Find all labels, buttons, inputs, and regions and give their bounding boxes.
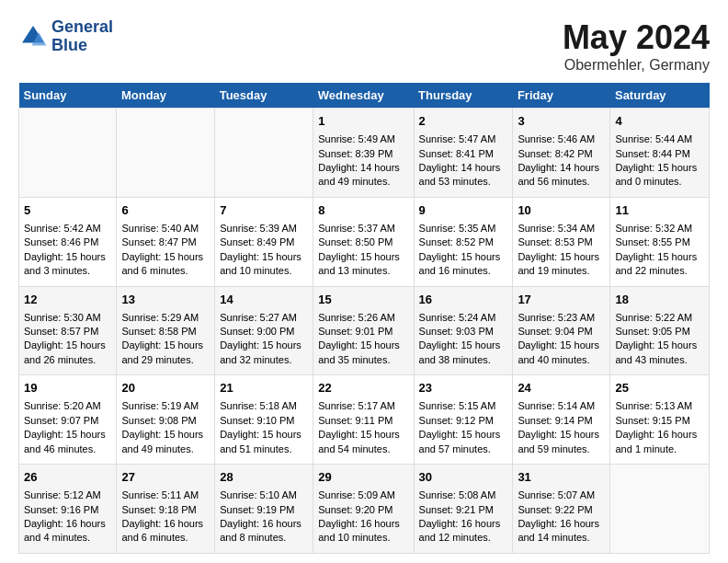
cell-content-line: Sunset: 8:55 PM (615, 236, 704, 249)
cell-content-line: Daylight: 15 hours (518, 428, 605, 442)
calendar-cell: 15Sunrise: 5:26 AMSunset: 9:01 PMDayligh… (313, 286, 414, 375)
cell-content-line: Sunrise: 5:37 AM (318, 222, 408, 236)
weekday-header-row: SundayMondayTuesdayWednesdayThursdayFrid… (19, 83, 710, 109)
cell-content-line: Sunrise: 5:44 AM (615, 132, 704, 146)
cell-content-line: Sunset: 8:50 PM (318, 236, 408, 249)
cell-content-line: Sunrise: 5:29 AM (121, 311, 210, 325)
day-number: 24 (518, 380, 605, 396)
cell-content-line: and 56 minutes. (518, 175, 605, 189)
page-header: General Blue May 2024 Obermehler, German… (18, 18, 710, 74)
cell-content-line: Sunset: 8:46 PM (24, 236, 111, 249)
calendar-cell: 8Sunrise: 5:37 AMSunset: 8:50 PMDaylight… (313, 197, 414, 286)
cell-content-line: Sunset: 9:00 PM (220, 325, 308, 339)
cell-content-line: Sunrise: 5:11 AM (121, 488, 210, 502)
weekday-header-tuesday: Tuesday (215, 83, 313, 109)
calendar-cell: 7Sunrise: 5:39 AMSunset: 8:49 PMDaylight… (215, 197, 313, 286)
day-number: 8 (318, 202, 408, 219)
calendar-cell: 9Sunrise: 5:35 AMSunset: 8:52 PMDaylight… (414, 197, 513, 286)
cell-content-line: Daylight: 15 hours (220, 428, 308, 442)
calendar-cell: 19Sunrise: 5:20 AMSunset: 9:07 PMDayligh… (19, 375, 117, 465)
cell-content-line: Sunset: 8:53 PM (518, 236, 605, 249)
calendar-cell: 30Sunrise: 5:08 AMSunset: 9:21 PMDayligh… (414, 465, 513, 554)
calendar-table: SundayMondayTuesdayWednesdayThursdayFrid… (18, 83, 710, 554)
calendar-cell: 10Sunrise: 5:34 AMSunset: 8:53 PMDayligh… (513, 197, 610, 286)
cell-content-line: Daylight: 15 hours (318, 428, 408, 442)
calendar-cell: 1Sunrise: 5:49 AMSunset: 8:39 PMDaylight… (313, 109, 414, 198)
cell-content-line: Sunset: 9:12 PM (419, 414, 508, 428)
cell-content-line: Sunrise: 5:26 AM (318, 311, 408, 325)
calendar-cell: 23Sunrise: 5:15 AMSunset: 9:12 PMDayligh… (414, 375, 513, 465)
day-number: 6 (121, 202, 210, 219)
calendar-cell: 4Sunrise: 5:44 AMSunset: 8:44 PMDaylight… (610, 109, 710, 198)
cell-content-line: Sunrise: 5:34 AM (518, 222, 605, 236)
cell-content-line: Daylight: 16 hours (24, 517, 111, 531)
cell-content-line: and 57 minutes. (419, 442, 508, 456)
day-number: 14 (220, 292, 308, 308)
cell-content-line: Daylight: 15 hours (615, 250, 704, 264)
cell-content-line: Sunrise: 5:15 AM (419, 399, 508, 413)
day-number: 18 (615, 292, 704, 308)
calendar-cell: 5Sunrise: 5:42 AMSunset: 8:46 PMDaylight… (19, 197, 117, 286)
day-number: 16 (419, 292, 508, 308)
cell-content-line: Sunrise: 5:40 AM (121, 222, 210, 236)
cell-content-line: and 10 minutes. (318, 531, 408, 545)
cell-content-line: and 13 minutes. (318, 264, 408, 278)
logo-icon (18, 22, 48, 52)
calendar-cell: 20Sunrise: 5:19 AMSunset: 9:08 PMDayligh… (117, 375, 215, 465)
cell-content-line: and 4 minutes. (24, 531, 111, 545)
cell-content-line: Sunrise: 5:20 AM (24, 399, 111, 413)
cell-content-line: Sunset: 9:03 PM (419, 325, 508, 339)
cell-content-line: Daylight: 15 hours (318, 339, 408, 352)
cell-content-line: Sunset: 9:08 PM (121, 414, 210, 428)
cell-content-line: Daylight: 16 hours (318, 517, 408, 531)
calendar-cell: 6Sunrise: 5:40 AMSunset: 8:47 PMDaylight… (117, 197, 215, 286)
cell-content-line: Sunset: 9:01 PM (318, 325, 408, 339)
cell-content-line: Daylight: 15 hours (419, 339, 508, 352)
cell-content-line: and 6 minutes. (121, 264, 210, 278)
cell-content-line: and 6 minutes. (121, 531, 210, 545)
cell-content-line: Daylight: 15 hours (220, 250, 308, 264)
cell-content-line: Sunrise: 5:46 AM (518, 132, 605, 146)
calendar-subtitle: Obermehler, Germany (563, 57, 710, 74)
calendar-cell: 24Sunrise: 5:14 AMSunset: 9:14 PMDayligh… (513, 375, 610, 465)
cell-content-line: and 43 minutes. (615, 353, 704, 367)
day-number: 25 (615, 380, 704, 396)
calendar-cell: 3Sunrise: 5:46 AMSunset: 8:42 PMDaylight… (513, 109, 610, 198)
cell-content-line: Sunset: 9:05 PM (615, 325, 704, 339)
cell-content-line: Sunset: 9:20 PM (318, 503, 408, 517)
cell-content-line: Sunrise: 5:35 AM (419, 222, 508, 236)
calendar-cell: 14Sunrise: 5:27 AMSunset: 9:00 PMDayligh… (215, 286, 313, 375)
cell-content-line: Sunrise: 5:14 AM (518, 399, 605, 413)
calendar-week-4: 19Sunrise: 5:20 AMSunset: 9:07 PMDayligh… (19, 375, 710, 465)
calendar-cell: 17Sunrise: 5:23 AMSunset: 9:04 PMDayligh… (513, 286, 610, 375)
weekday-header-wednesday: Wednesday (313, 83, 414, 109)
calendar-cell: 26Sunrise: 5:12 AMSunset: 9:16 PMDayligh… (19, 465, 117, 554)
cell-content-line: Sunrise: 5:09 AM (318, 488, 408, 502)
logo-line1: General (51, 18, 113, 37)
cell-content-line: and 19 minutes. (518, 264, 605, 278)
day-number: 29 (318, 469, 408, 486)
day-number: 28 (220, 469, 308, 486)
cell-content-line: Sunrise: 5:22 AM (615, 311, 704, 325)
cell-content-line: Sunrise: 5:17 AM (318, 399, 408, 413)
cell-content-line: Sunrise: 5:19 AM (121, 399, 210, 413)
weekday-header-saturday: Saturday (610, 83, 710, 109)
cell-content-line: and 1 minute. (615, 442, 704, 456)
weekday-header-sunday: Sunday (19, 83, 117, 109)
cell-content-line: Sunset: 8:52 PM (419, 236, 508, 249)
cell-content-line: Sunrise: 5:24 AM (419, 311, 508, 325)
calendar-cell: 31Sunrise: 5:07 AMSunset: 9:22 PMDayligh… (513, 465, 610, 554)
day-number: 9 (419, 202, 508, 219)
day-number: 26 (24, 469, 111, 486)
cell-content-line: and 16 minutes. (419, 264, 508, 278)
cell-content-line: Sunset: 8:47 PM (121, 236, 210, 249)
cell-content-line: and 59 minutes. (518, 442, 605, 456)
cell-content-line: Daylight: 15 hours (220, 339, 308, 352)
cell-content-line: Sunset: 8:49 PM (220, 236, 308, 249)
cell-content-line: Sunset: 8:58 PM (121, 325, 210, 339)
cell-content-line: Daylight: 15 hours (518, 250, 605, 264)
cell-content-line: Daylight: 15 hours (615, 339, 704, 352)
cell-content-line: Sunrise: 5:08 AM (419, 488, 508, 502)
cell-content-line: Sunset: 9:21 PM (419, 503, 508, 517)
cell-content-line: Daylight: 15 hours (24, 428, 111, 442)
